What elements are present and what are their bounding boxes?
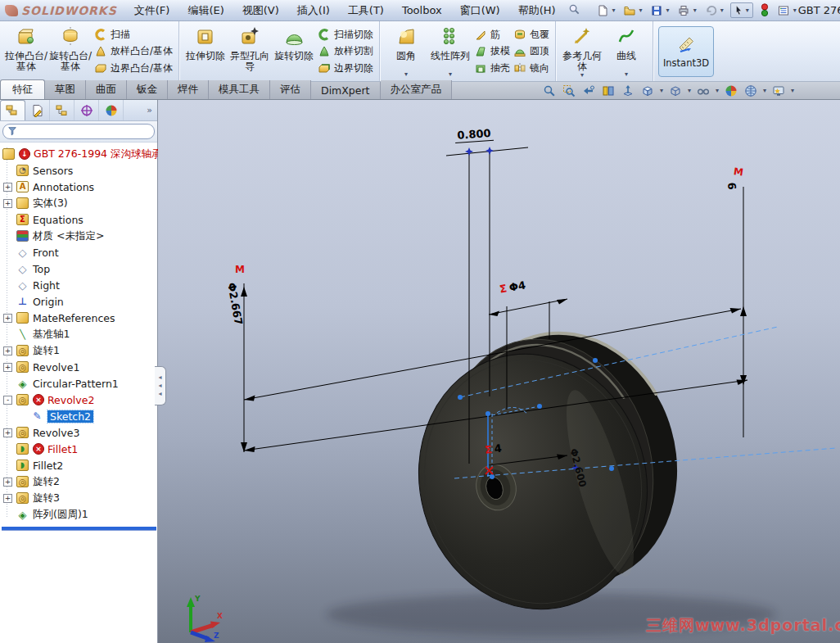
print-button[interactable] (676, 3, 691, 18)
tab-dimxpert[interactable]: DimXpert (311, 82, 381, 99)
new-document-button[interactable] (595, 3, 610, 18)
menu-window[interactable]: 窗口(W) (451, 1, 509, 20)
tab-features[interactable]: 特征 (0, 79, 45, 99)
tab-mold-tools[interactable]: 模具工具 (209, 80, 270, 99)
rollback-bar[interactable] (2, 527, 156, 530)
section-view-button[interactable] (599, 83, 617, 99)
tree-item-annotations[interactable]: +Annotations (2, 179, 157, 195)
instant3d-toggle-button[interactable]: Instant3D (658, 26, 714, 77)
apply-scene-dropdown-icon[interactable]: ▾ (761, 88, 768, 94)
edit-appearance-button[interactable] (722, 83, 740, 99)
tree-item-revolve-cn3[interactable]: +旋转3 (2, 490, 157, 506)
tree-item-material[interactable]: 材质 <未指定> (2, 228, 157, 244)
rib-button[interactable]: 筋 (474, 26, 510, 43)
curves-button[interactable]: 曲线 ▾ (604, 24, 648, 79)
save-button[interactable] (649, 3, 664, 18)
propertymanager-tab[interactable] (25, 100, 50, 120)
tree-item-axis1[interactable]: 基准轴1 (2, 326, 157, 342)
menu-view[interactable]: 视图(V) (233, 1, 288, 20)
menu-insert[interactable]: 插入(I) (288, 1, 339, 20)
search-commands-icon[interactable] (565, 3, 584, 18)
boundary-cut-button[interactable]: 边界切除 (318, 60, 373, 76)
menu-edit[interactable]: 编辑(E) (178, 1, 233, 20)
view-orientation-button[interactable] (639, 83, 657, 99)
tree-item-revolve1[interactable]: +Revolve1 (2, 359, 157, 375)
view-settings-dropdown-icon[interactable]: ▾ (789, 88, 796, 94)
curves-dropdown-icon[interactable]: ▾ (623, 71, 630, 79)
previous-view-button[interactable] (580, 83, 598, 99)
undo-dropdown-icon[interactable]: ▾ (719, 7, 725, 14)
featuremanager-tab[interactable] (0, 100, 25, 120)
expander-icon[interactable]: + (3, 363, 12, 372)
zoom-to-area-button[interactable] (560, 83, 578, 99)
tree-item-revolve2[interactable]: -×Revolve2 (2, 392, 157, 408)
fillet-dropdown-icon[interactable]: ▾ (403, 71, 409, 79)
expander-icon[interactable]: + (3, 199, 12, 208)
print-dropdown-icon[interactable]: ▾ (692, 7, 698, 14)
zoom-to-fit-button[interactable] (540, 83, 558, 99)
mirror-button[interactable]: 镜向 (513, 60, 549, 76)
hide-show-items-button[interactable] (694, 83, 712, 99)
extrude-boss-button[interactable]: 拉伸凸台/基体 (4, 24, 48, 79)
tab-weldments[interactable]: 焊件 (168, 80, 209, 99)
tab-office-products[interactable]: 办公室产品 (381, 80, 453, 99)
sweep-button[interactable]: 扫描 (94, 26, 173, 43)
tree-item-revolve-cn2[interactable]: +旋转2 (2, 473, 157, 490)
graphics-viewport[interactable]: Y X Z 0.800 M Φ2.667 M 6 ΣΦ4 Σ4 Φ2.600 三… (158, 100, 840, 643)
tree-item-revolve3[interactable]: +Revolve3 (2, 424, 157, 441)
wrap-button[interactable]: 包覆 (513, 26, 549, 43)
menu-file[interactable]: 文件(F) (125, 1, 179, 20)
reference-geometry-button[interactable]: 参考几何体 ▾ (560, 24, 604, 79)
open-document-button[interactable] (622, 3, 637, 18)
tab-surfaces[interactable]: 曲面 (86, 80, 127, 99)
dimension-width[interactable]: 0.800 (454, 127, 494, 143)
reference-geometry-dropdown-icon[interactable]: ▾ (579, 72, 585, 79)
open-dropdown-icon[interactable]: ▾ (638, 7, 644, 14)
revolve-boss-button[interactable]: 旋转凸台/基体 (48, 24, 93, 79)
dimxpertmanager-tab[interactable] (75, 100, 99, 120)
display-style-dropdown-icon[interactable]: ▾ (686, 88, 693, 94)
bearing-model[interactable] (389, 307, 707, 636)
loft-cut-button[interactable]: 放样切割 (318, 43, 373, 60)
dimension-inner[interactable]: Σ4 (484, 441, 503, 455)
tree-item-top-plane[interactable]: Top (2, 260, 157, 277)
tree-item-sensors[interactable]: Sensors (2, 162, 157, 179)
displaymanager-tab[interactable] (99, 100, 124, 120)
menu-help[interactable]: 帮助(H) (509, 1, 565, 20)
tree-item-revolve-cn1[interactable]: +旋转1 (2, 342, 157, 359)
tree-item-front-plane[interactable]: Front (2, 244, 157, 260)
options-dropdown-icon[interactable]: ▾ (792, 7, 798, 14)
tree-filter-input[interactable] (2, 124, 155, 139)
configurationmanager-tab[interactable] (50, 100, 75, 120)
tree-item-circular-pattern1[interactable]: Circular-Pattern1 (2, 375, 157, 392)
sweep-cut-button[interactable]: 扫描切除 (318, 26, 373, 43)
tree-item-fillet2[interactable]: Fillet2 (2, 457, 157, 473)
tree-item-sketch2[interactable]: Sketch2 (2, 408, 157, 424)
tree-item-solid-bodies[interactable]: +实体(3) (2, 195, 157, 211)
linear-pattern-button[interactable]: 线性阵列 ▾ (428, 24, 472, 79)
normal-to-button[interactable] (619, 83, 637, 99)
boundary-boss-button[interactable]: 边界凸台/基体 (94, 60, 173, 76)
menu-tools[interactable]: 工具(T) (339, 1, 393, 20)
tree-item-matereferences[interactable]: +MateReferences (2, 310, 157, 326)
select-tool-button[interactable]: ▾ (730, 2, 753, 18)
tree-item-equations[interactable]: Equations (2, 211, 157, 228)
display-style-button[interactable] (666, 83, 684, 99)
shell-button[interactable]: 抽壳 (474, 60, 510, 76)
view-orientation-dropdown-icon[interactable]: ▾ (658, 88, 665, 94)
select-dropdown-icon[interactable]: ▾ (744, 7, 751, 14)
loft-boss-button[interactable]: 放样凸台/基体 (94, 43, 173, 60)
extrude-cut-button[interactable]: 拉伸切除 (183, 24, 228, 79)
view-settings-button[interactable] (770, 83, 788, 99)
tree-item-origin[interactable]: Origin (2, 293, 157, 310)
hide-show-items-dropdown-icon[interactable]: ▾ (714, 88, 720, 94)
dimension-outer[interactable]: 6 (725, 182, 738, 190)
draft-button[interactable]: 拔模 (474, 43, 510, 60)
panel-collapse-handle[interactable]: ◂ ◂ ◂ (155, 366, 166, 405)
new-dropdown-icon[interactable]: ▾ (611, 7, 617, 14)
apply-scene-button[interactable] (742, 83, 760, 99)
tree-item-part-root[interactable]: ↓ GBT 276-1994 深沟球轴承 (2, 146, 157, 162)
expander-icon[interactable]: - (3, 396, 12, 405)
menu-toolbox[interactable]: Toolbox (393, 2, 451, 19)
hole-wizard-button[interactable]: 异型孔向导 (228, 24, 272, 79)
